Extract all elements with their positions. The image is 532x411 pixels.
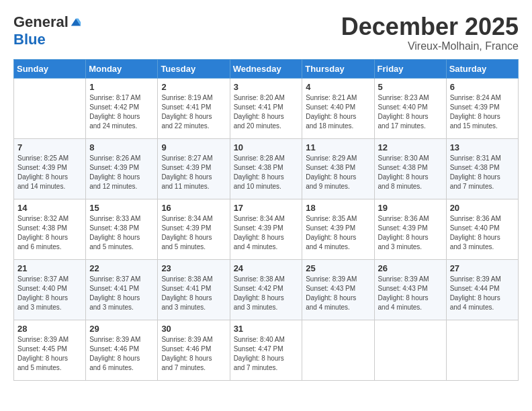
calendar-cell: 24Sunrise: 8:38 AM Sunset: 4:42 PM Dayli…	[230, 259, 302, 320]
day-number: 7	[17, 142, 82, 152]
day-info: Sunrise: 8:36 AM Sunset: 4:40 PM Dayligh…	[450, 214, 515, 252]
logo-general-text: General	[13, 13, 69, 31]
calendar-cell: 13Sunrise: 8:31 AM Sunset: 4:38 PM Dayli…	[446, 138, 518, 199]
day-info: Sunrise: 8:29 AM Sunset: 4:38 PM Dayligh…	[306, 154, 370, 191]
day-info: Sunrise: 8:24 AM Sunset: 4:39 PM Dayligh…	[450, 93, 515, 131]
day-info: Sunrise: 8:34 AM Sunset: 4:39 PM Dayligh…	[161, 214, 226, 252]
day-info: Sunrise: 8:37 AM Sunset: 4:40 PM Dayligh…	[17, 275, 82, 312]
day-info: Sunrise: 8:32 AM Sunset: 4:38 PM Dayligh…	[17, 214, 82, 252]
calendar-cell	[14, 78, 86, 138]
day-number: 29	[89, 324, 154, 334]
logo: General Blue	[13, 13, 82, 48]
location-subtitle: Vireux-Molhain, France	[341, 40, 519, 52]
month-title: December 2025	[341, 13, 519, 40]
day-info: Sunrise: 8:38 AM Sunset: 4:41 PM Dayligh…	[161, 275, 226, 312]
day-number: 23	[161, 263, 226, 273]
logo-blue-text: Blue	[13, 31, 46, 48]
logo-icon	[70, 16, 82, 28]
header-monday: Monday	[86, 59, 158, 78]
calendar-cell: 9Sunrise: 8:27 AM Sunset: 4:39 PM Daylig…	[158, 138, 230, 199]
day-info: Sunrise: 8:23 AM Sunset: 4:40 PM Dayligh…	[378, 93, 443, 131]
day-number: 27	[450, 263, 515, 273]
calendar-week-5: 28Sunrise: 8:39 AM Sunset: 4:45 PM Dayli…	[14, 320, 519, 380]
calendar-cell: 15Sunrise: 8:33 AM Sunset: 4:38 PM Dayli…	[86, 199, 158, 259]
day-number: 1	[89, 82, 154, 92]
day-number: 13	[450, 142, 515, 152]
day-info: Sunrise: 8:35 AM Sunset: 4:39 PM Dayligh…	[306, 214, 370, 252]
header-tuesday: Tuesday	[158, 59, 230, 78]
calendar-cell: 17Sunrise: 8:34 AM Sunset: 4:39 PM Dayli…	[230, 199, 302, 259]
calendar-week-2: 7Sunrise: 8:25 AM Sunset: 4:39 PM Daylig…	[14, 138, 519, 199]
day-info: Sunrise: 8:39 AM Sunset: 4:44 PM Dayligh…	[450, 275, 515, 312]
calendar-cell: 21Sunrise: 8:37 AM Sunset: 4:40 PM Dayli…	[14, 259, 86, 320]
day-info: Sunrise: 8:30 AM Sunset: 4:38 PM Dayligh…	[378, 154, 443, 191]
day-number: 17	[234, 203, 299, 213]
calendar-cell	[446, 320, 518, 380]
calendar-cell: 31Sunrise: 8:40 AM Sunset: 4:47 PM Dayli…	[230, 320, 302, 380]
page-header: General Blue December 2025 Vireux-Molhai…	[13, 13, 519, 52]
calendar-week-3: 14Sunrise: 8:32 AM Sunset: 4:38 PM Dayli…	[14, 199, 519, 259]
day-number: 25	[306, 263, 370, 273]
day-number: 6	[450, 82, 515, 92]
calendar-cell: 18Sunrise: 8:35 AM Sunset: 4:39 PM Dayli…	[302, 199, 374, 259]
day-number: 5	[378, 82, 443, 92]
day-info: Sunrise: 8:39 AM Sunset: 4:45 PM Dayligh…	[17, 335, 82, 373]
day-number: 3	[234, 82, 299, 92]
calendar-table: Sunday Monday Tuesday Wednesday Thursday…	[13, 59, 519, 381]
day-number: 28	[17, 324, 82, 334]
day-info: Sunrise: 8:27 AM Sunset: 4:39 PM Dayligh…	[161, 154, 226, 191]
calendar-cell: 16Sunrise: 8:34 AM Sunset: 4:39 PM Dayli…	[158, 199, 230, 259]
calendar-cell: 4Sunrise: 8:21 AM Sunset: 4:40 PM Daylig…	[302, 78, 374, 138]
day-info: Sunrise: 8:20 AM Sunset: 4:41 PM Dayligh…	[234, 93, 299, 131]
day-number: 21	[17, 263, 82, 273]
header-wednesday: Wednesday	[230, 59, 302, 78]
header-sunday: Sunday	[14, 59, 86, 78]
day-number: 9	[161, 142, 226, 152]
calendar-week-4: 21Sunrise: 8:37 AM Sunset: 4:40 PM Dayli…	[14, 259, 519, 320]
calendar-cell	[374, 320, 446, 380]
day-info: Sunrise: 8:38 AM Sunset: 4:42 PM Dayligh…	[234, 275, 299, 312]
calendar-week-1: 1Sunrise: 8:17 AM Sunset: 4:42 PM Daylig…	[14, 78, 519, 138]
day-number: 24	[234, 263, 299, 273]
day-number: 20	[450, 203, 515, 213]
calendar-cell: 23Sunrise: 8:38 AM Sunset: 4:41 PM Dayli…	[158, 259, 230, 320]
day-info: Sunrise: 8:34 AM Sunset: 4:39 PM Dayligh…	[234, 214, 299, 252]
calendar-cell: 8Sunrise: 8:26 AM Sunset: 4:39 PM Daylig…	[86, 138, 158, 199]
day-info: Sunrise: 8:39 AM Sunset: 4:46 PM Dayligh…	[89, 335, 154, 373]
calendar-cell: 29Sunrise: 8:39 AM Sunset: 4:46 PM Dayli…	[86, 320, 158, 380]
day-number: 10	[234, 142, 299, 152]
day-number: 31	[234, 324, 299, 334]
day-info: Sunrise: 8:36 AM Sunset: 4:39 PM Dayligh…	[378, 214, 443, 252]
day-info: Sunrise: 8:25 AM Sunset: 4:39 PM Dayligh…	[17, 154, 82, 191]
calendar-cell: 20Sunrise: 8:36 AM Sunset: 4:40 PM Dayli…	[446, 199, 518, 259]
calendar-body: 1Sunrise: 8:17 AM Sunset: 4:42 PM Daylig…	[14, 78, 519, 380]
calendar-cell: 28Sunrise: 8:39 AM Sunset: 4:45 PM Dayli…	[14, 320, 86, 380]
header-saturday: Saturday	[446, 59, 518, 78]
day-number: 11	[306, 142, 370, 152]
day-number: 14	[17, 203, 82, 213]
day-info: Sunrise: 8:39 AM Sunset: 4:43 PM Dayligh…	[306, 275, 370, 312]
day-info: Sunrise: 8:37 AM Sunset: 4:41 PM Dayligh…	[89, 275, 154, 312]
calendar-cell: 11Sunrise: 8:29 AM Sunset: 4:38 PM Dayli…	[302, 138, 374, 199]
calendar-cell: 30Sunrise: 8:39 AM Sunset: 4:46 PM Dayli…	[158, 320, 230, 380]
header-thursday: Thursday	[302, 59, 374, 78]
day-info: Sunrise: 8:28 AM Sunset: 4:38 PM Dayligh…	[234, 154, 299, 191]
day-number: 12	[378, 142, 443, 152]
day-info: Sunrise: 8:21 AM Sunset: 4:40 PM Dayligh…	[306, 93, 370, 131]
header-friday: Friday	[374, 59, 446, 78]
day-number: 8	[89, 142, 154, 152]
calendar-cell: 26Sunrise: 8:39 AM Sunset: 4:43 PM Dayli…	[374, 259, 446, 320]
calendar-cell: 14Sunrise: 8:32 AM Sunset: 4:38 PM Dayli…	[14, 199, 86, 259]
day-info: Sunrise: 8:40 AM Sunset: 4:47 PM Dayligh…	[234, 335, 299, 373]
calendar-cell: 7Sunrise: 8:25 AM Sunset: 4:39 PM Daylig…	[14, 138, 86, 199]
calendar-header: Sunday Monday Tuesday Wednesday Thursday…	[14, 59, 519, 78]
day-info: Sunrise: 8:39 AM Sunset: 4:43 PM Dayligh…	[378, 275, 443, 312]
calendar-cell: 22Sunrise: 8:37 AM Sunset: 4:41 PM Dayli…	[86, 259, 158, 320]
calendar-cell: 10Sunrise: 8:28 AM Sunset: 4:38 PM Dayli…	[230, 138, 302, 199]
day-number: 30	[161, 324, 226, 334]
day-number: 16	[161, 203, 226, 213]
day-info: Sunrise: 8:31 AM Sunset: 4:38 PM Dayligh…	[450, 154, 515, 191]
day-number: 26	[378, 263, 443, 273]
header-row: Sunday Monday Tuesday Wednesday Thursday…	[14, 59, 519, 78]
calendar-cell: 1Sunrise: 8:17 AM Sunset: 4:42 PM Daylig…	[86, 78, 158, 138]
